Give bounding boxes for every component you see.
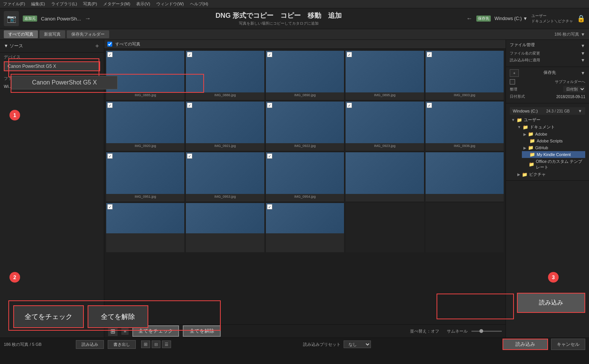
photo-checkbox[interactable]: ✓ [427, 103, 432, 108]
preset-label: 読み込みプリセット [303, 342, 341, 347]
uncheck-all-button[interactable]: 全てを解除 [183, 325, 221, 337]
photo-cell[interactable]: ✓ IMG_0886.jpg [186, 51, 264, 100]
read-button[interactable]: 読み込み [76, 340, 104, 349]
photo-checkbox[interactable]: ✓ [107, 103, 113, 108]
back-arrow-icon[interactable]: ← [466, 15, 473, 22]
disk-arrow[interactable]: ▼ [578, 109, 582, 113]
view-strip-btn[interactable]: ⊟ [152, 341, 160, 348]
photo-cell[interactable]: ✓ IMG_0921.jpg [186, 102, 264, 151]
file-mgmt-arrow[interactable]: ▼ [581, 43, 585, 48]
photo-thumbnail [186, 152, 264, 194]
photo-cell[interactable]: ✓ IMG_0922.jpg [266, 102, 344, 151]
photo-checkbox[interactable]: ✓ [107, 204, 113, 209]
destination-drive[interactable]: Windows (C:) ▼ [495, 16, 528, 21]
photo-checkbox[interactable]: ✓ [427, 52, 432, 57]
photo-cell[interactable] [186, 203, 264, 252]
photo-cell[interactable]: ✓ IMG_0920.jpg [106, 102, 184, 151]
tab-destination-folder[interactable]: 保存先フォルダー [67, 30, 109, 38]
photo-thumbnail [186, 51, 264, 92]
big-uncheck-all-button[interactable]: 全てを解除 [88, 305, 148, 328]
thumbnail-size-slider[interactable] [471, 331, 502, 332]
tree-arrow-icon: ▶ [523, 146, 526, 150]
photo-thumbnail [346, 51, 424, 92]
photo-checkbox[interactable]: ✓ [187, 103, 192, 108]
photo-checkbox[interactable]: ✓ [187, 52, 192, 57]
tree-picture[interactable]: ▶ 📁 ピクチャ [516, 171, 585, 178]
menu-photo[interactable]: 写真(P) [83, 1, 97, 7]
device-item-canon[interactable]: Canon PowerShot G5 X [4, 61, 100, 71]
photo-filename [346, 194, 424, 195]
photo-cell[interactable]: ✓ [106, 203, 184, 252]
header: 📷 追加元 Canon PowerSh... → DNG 形式でコピー コピー … [0, 8, 589, 29]
photo-checkbox[interactable]: ✓ [267, 103, 272, 108]
photo-checkbox[interactable]: ✓ [267, 52, 272, 57]
disk-info[interactable]: Windows (C:) 24.3 / 231 GB ▼ [510, 107, 585, 115]
tab-new-photos[interactable]: 新規写真 [39, 30, 65, 38]
organize-select[interactable]: 日付別 [563, 86, 585, 92]
save-arrow[interactable]: ▼ [581, 70, 585, 76]
photo-cell[interactable]: ✓ IMG_0951.jpg [106, 152, 184, 202]
tree-user-label: ユーザー [524, 117, 540, 123]
subfolder-checkbox[interactable] [510, 79, 515, 84]
photo-cell[interactable] [426, 152, 504, 202]
tree-item-adobe-scripts[interactable]: 📁 Adobe Scripts [522, 137, 585, 144]
menu-file[interactable]: ファイル(F) [3, 1, 25, 7]
photo-cell[interactable]: ✓ IMG_0953.jpg [186, 152, 264, 202]
photo-status: 186 枚の写真 / 5 GB [4, 342, 72, 347]
folder-icon: 📁 [517, 117, 522, 123]
menu-library[interactable]: ライブラリ(L) [51, 1, 77, 7]
menu-help[interactable]: ヘルプ(H) [190, 1, 208, 7]
photo-cell[interactable]: ✓ IMG_0936.jpg [426, 102, 504, 151]
subtoolbar: すべての写真 新規写真 保存先フォルダー 186 枚の写真 ▼ [0, 29, 589, 40]
photo-checkbox[interactable]: ✓ [107, 153, 113, 159]
menu-edit[interactable]: 編集(E) [31, 1, 45, 7]
tree-adobe-scripts-label: Adobe Scripts [537, 139, 562, 143]
photo-checkbox[interactable]: ✓ [107, 52, 113, 57]
tree-doc-label: ドキュメント [530, 124, 555, 130]
tree-item-office[interactable]: 📁 Office のカスタム テンプレート [522, 158, 585, 171]
menu-window[interactable]: ウィンドウ(W) [156, 1, 184, 7]
photo-cell[interactable]: ✓ IMG_0885.jpg [106, 51, 184, 100]
tree-documents[interactable]: ▼ 📁 ドキュメント [516, 123, 585, 131]
photo-cell[interactable]: ✓ IMG_0923.jpg [346, 102, 424, 151]
tree-user[interactable]: ▼ 📁 ユーザー [510, 116, 585, 123]
photo-cell[interactable]: ✓ IMG_0954.jpg [266, 152, 344, 202]
tab-all-photos[interactable]: すべての写真 [4, 30, 38, 38]
photo-cell[interactable] [346, 152, 424, 202]
photo-checkbox[interactable]: ✓ [267, 153, 272, 159]
view-list-btn[interactable]: ☰ [162, 341, 171, 348]
photo-checkbox[interactable]: ✓ [267, 204, 272, 209]
cancel-button[interactable]: キャンセル [551, 339, 585, 350]
add-source-button[interactable]: ＋ [94, 42, 100, 50]
select-all-checkbox[interactable] [107, 42, 112, 47]
preset-select[interactable]: なし [344, 341, 371, 348]
tree-item-adobe[interactable]: ▶ 📁 Adobe [522, 131, 585, 137]
menu-view[interactable]: 表示(V) [136, 1, 150, 7]
rename-arrow[interactable]: ▼ [581, 51, 585, 56]
photo-checkbox[interactable]: ✓ [187, 153, 192, 159]
tree-item-github[interactable]: ▶ 📁 GitHub [522, 144, 585, 151]
forward-arrow-icon[interactable]: → [85, 15, 91, 22]
photo-cell[interactable]: ✓ [266, 203, 344, 252]
big-check-all-button[interactable]: 全てをチェック [13, 305, 84, 328]
photo-count: 186 枚の写真 [554, 31, 579, 37]
list-view-button[interactable]: ≡ [121, 327, 129, 335]
import-preset-arrow[interactable]: ▼ [581, 58, 585, 63]
photo-cell[interactable] [346, 203, 424, 252]
import-button[interactable]: 読み込み [503, 339, 548, 350]
photo-checkbox[interactable]: ✓ [347, 103, 352, 108]
tree-item-kindle[interactable]: 📁 My Kindle Content [522, 151, 585, 158]
view-grid-btn[interactable]: ⊞ [141, 341, 150, 348]
photo-cell[interactable]: ✓ IMG_0903.jpg [426, 51, 504, 100]
photo-thumbnail [186, 203, 264, 233]
device-tooltip: Canon PowerShot G5 X [11, 76, 118, 89]
menu-metadata[interactable]: メタデータ(M) [103, 1, 130, 7]
import-big-button[interactable]: 読み込み [517, 293, 585, 313]
write-button[interactable]: 書き出し [108, 340, 136, 349]
photo-checkbox[interactable]: ✓ [347, 52, 352, 57]
photo-cell[interactable]: ✓ IMG_0895.jpg [346, 51, 424, 100]
photo-cell[interactable]: ✓ IMG_0890.jpg [266, 51, 344, 100]
menubar: ファイル(F) 編集(E) ライブラリ(L) 写真(P) メタデータ(M) 表示… [0, 0, 589, 8]
photo-cell[interactable] [426, 203, 504, 252]
plus-button[interactable]: ＋ [510, 69, 519, 77]
